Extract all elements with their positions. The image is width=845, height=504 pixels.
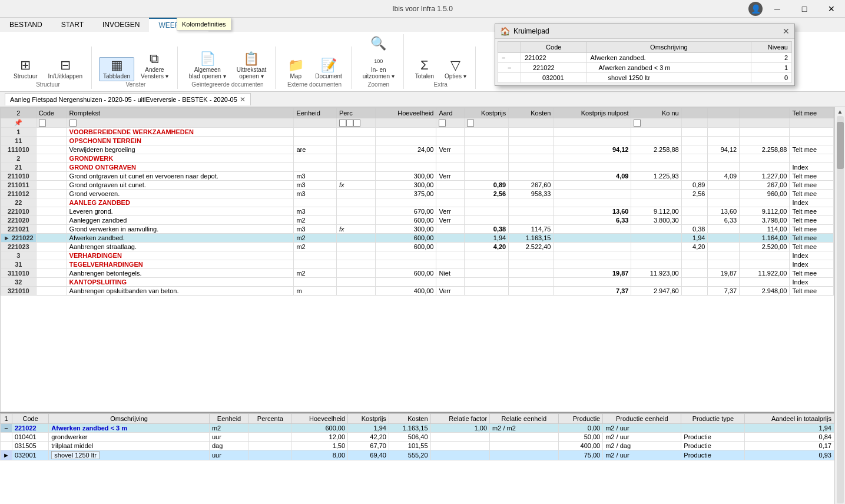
minimize-button[interactable]: ─ [764, 0, 791, 18]
table-row[interactable]: 1 VOORBEREIDENDE WERKZAAMHEDEN [1, 128, 834, 137]
restore-button[interactable]: □ [791, 0, 818, 18]
ribbon-btn-structuur[interactable]: ⊞ Structuur [9, 57, 42, 81]
table-row[interactable]: 321010 Aanbrengen opsluitbanden van beto… [1, 287, 834, 296]
col-kosten: Kosten [509, 108, 554, 118]
ribbon-group-venster: ▦ Tabbladen ⧉ AndereVensters ▾ Venster [94, 47, 178, 89]
table-row[interactable]: 221023 Aanbrengen straatlaag. m2 600,00 … [1, 243, 834, 251]
dialog-row[interactable]: − 221022 Afwerken zandbed < 3 m 1 [498, 63, 792, 73]
map-icon: 📁 [288, 59, 304, 72]
table-row[interactable]: 221021 Grond verwerken in aanvulling. m3… [1, 225, 834, 234]
bottom-row-selected[interactable]: ► 032001 shovel 1250 ltr uur 8,00 69,40 … [1, 450, 834, 460]
table-row[interactable]: 21 GROND ONTGRAVEN Index [1, 163, 834, 172]
title-bar: Ibis voor Infra 1.5.0 ─ □ ✕ 👤 [0, 0, 845, 18]
bottom-col-productie: Productie [558, 414, 603, 424]
table-row[interactable]: 211012 Grond vervoeren. m3 375,00 2,56 9… [1, 190, 834, 198]
dialog-content: Code Omschrijving Niveau − 221022 Afwerk… [495, 39, 794, 85]
col-romptekst: Romptekst [67, 108, 294, 118]
header-pin: 📌 [1, 118, 37, 128]
ribbon-group-extra: Σ Totalen ▽ Opties ▾ Extra [406, 47, 476, 89]
table-row[interactable]: 221020 Aanleggen zandbed m2 600,00 Verr … [1, 216, 834, 225]
doc-tab[interactable]: Aanleg Fietspad Nergenshuizen - 2020-05 … [5, 93, 251, 105]
window-controls: ─ □ ✕ [764, 0, 845, 18]
bottom-col-eenheid: Eenheid [209, 414, 248, 424]
table-row[interactable]: 211010 Grond ontgraven uit cunet en verv… [1, 172, 834, 181]
ribbon-btn-zoomen[interactable]: 🔍100 In- enuitzoomen ▾ [359, 34, 399, 81]
tab-bestand[interactable]: BESTAND [0, 18, 52, 32]
ribbon-btn-tabbladen[interactable]: ▦ Tabbladen [99, 57, 134, 81]
col-kostprijs-nulpost: Kostprijs nulpost [554, 108, 631, 118]
tab-start[interactable]: START [52, 18, 93, 32]
bottom-col-num: 1 [1, 414, 12, 424]
totalen-icon: Σ [420, 59, 429, 72]
tabbladen-icon: ▦ [111, 59, 123, 72]
bottom-col-kosten: Kosten [389, 414, 430, 424]
dialog-close-button[interactable]: ✕ [783, 26, 790, 36]
col-perc: Perc [337, 108, 376, 118]
bottom-row-header[interactable]: − 221022 Afwerken zandbed < 3 m m2 600,0… [1, 424, 834, 433]
table-row[interactable]: 22 AANLEG ZANDBED Index [1, 198, 834, 207]
app-title: Ibis voor Infra 1.5.0 [392, 5, 453, 13]
scrollbar-thumb[interactable] [837, 122, 844, 169]
ribbon-group-structuur: ⊞ Structuur ⊟ In/Uitklappen Structuur [5, 47, 92, 89]
inuitklappen-icon: ⊟ [60, 59, 71, 72]
user-icon[interactable]: 👤 [748, 2, 763, 16]
zoomen-icon: 🔍100 [370, 36, 386, 67]
dialog-titlebar: 🏠 Kruimelpad ✕ [495, 24, 794, 39]
table-row[interactable]: 32 KANTOPSLUITING Index [1, 278, 834, 287]
table-row[interactable]: 31 TEGELVERHARDINGEN Index [1, 260, 834, 269]
dialog-title: Kruimelpad [513, 27, 779, 35]
bottom-row[interactable]: 010401 grondwerker uur 12,00 42,20 506,4… [1, 433, 834, 442]
dialog-row[interactable]: 032001 shovel 1250 ltr 0 [498, 73, 792, 83]
scroll-up-button[interactable]: ▲ [837, 108, 843, 115]
bottom-col-hoeveelheid: Hoeveelheid [291, 414, 348, 424]
vertical-scrollbar[interactable]: ▲ ▼ [834, 107, 845, 504]
document-icon: 📝 [321, 59, 337, 72]
col-ko-nu: Ko nu [631, 108, 681, 118]
table-row[interactable]: 11 OPSCHONEN TERREIN [1, 137, 834, 145]
col-extra1 [681, 108, 708, 118]
doc-tab-bar: Aanleg Fietspad Nergenshuizen - 2020-05 … [0, 92, 845, 107]
opties-icon: ▽ [450, 59, 460, 72]
col-aard: Aard [436, 108, 464, 118]
doc-tab-close[interactable]: ✕ [240, 95, 246, 104]
dialog-col-code: Code [521, 42, 587, 53]
ribbon-btn-andere-vensters[interactable]: ⧉ AndereVensters ▾ [137, 51, 173, 81]
bottom-row[interactable]: 031505 trilplaat middel dag 1,50 67,70 1… [1, 442, 834, 450]
table-row[interactable]: 3 VERHARDINGEN Index [1, 251, 834, 260]
ribbon-btn-uittrekstaat[interactable]: 📋 Uittrekstaatopenen ▾ [233, 51, 271, 81]
table-row[interactable]: 311010 Aanbrengen betontegels. m2 600,00… [1, 269, 834, 278]
bottom-col-prod-eenheid: Productie eenheid [603, 414, 681, 424]
close-button[interactable]: ✕ [818, 0, 845, 18]
bottom-table: 1 Code Omschrijving Eenheid Percenta Hoe… [0, 413, 834, 460]
dialog-row[interactable]: − 221022 Afwerken zandbed. 2 [498, 53, 792, 63]
ribbon-btn-inuitklappen[interactable]: ⊟ In/Uitklappen [44, 57, 87, 81]
ribbon-btn-document[interactable]: 📝 Document [311, 57, 346, 81]
tab-invoegen[interactable]: INVOEGEN [93, 18, 149, 32]
scrollbar-track[interactable] [837, 116, 844, 503]
ribbon-btn-opties[interactable]: ▽ Opties ▾ [440, 57, 470, 81]
col-extra3 [740, 108, 790, 118]
bottom-col-kostprijs: Kostprijs [348, 414, 389, 424]
table-row[interactable]: 2 GRONDWERK [1, 154, 834, 163]
doc-tab-label: Aanleg Fietspad Nergenshuizen - 2020-05 … [10, 96, 237, 103]
table-row[interactable]: 221010 Leveren grond. m3 670,00 Verr 13,… [1, 207, 834, 216]
table-row[interactable]: 111010 Verwijderen begroeiing are 24,00 … [1, 145, 834, 154]
dialog-icon: 🏠 [500, 26, 510, 36]
uittrekstaat-icon: 📋 [243, 52, 259, 65]
col-rownum: 2 [1, 108, 37, 118]
ribbon-btn-totalen[interactable]: Σ Totalen [411, 57, 438, 81]
andere-vensters-icon: ⧉ [150, 52, 159, 65]
dialog-col-omschrijving: Omschrijving [586, 42, 751, 53]
bottom-col-relatie-factor: Relatie factor [430, 414, 490, 424]
main-area: 2 Code Romptekst Eenheid Perc Hoeveelhei… [0, 107, 845, 504]
kruimelpad-dialog[interactable]: 🏠 Kruimelpad ✕ Code Omschrijving Niveau [495, 24, 795, 86]
main-table-wrap: 2 Code Romptekst Eenheid Perc Hoeveelhei… [0, 107, 834, 412]
table-row-selected[interactable]: ► 221022 Afwerken zandbed. m2 600,00 1,9… [1, 234, 834, 243]
kolomdefinities-tooltip: Kolomdefinities [177, 18, 231, 31]
ribbon-btn-map[interactable]: 📁 Map [283, 57, 309, 81]
table-row[interactable]: 211011 Grond ontgraven uit cunet. m3 fx … [1, 181, 834, 190]
ribbon-btn-algemeen-blad[interactable]: 📄 Algemeenblad openen ▾ [185, 51, 230, 81]
dialog-table: Code Omschrijving Niveau − 221022 Afwerk… [498, 41, 792, 83]
dialog-col-expand [498, 42, 521, 53]
main-table: 2 Code Romptekst Eenheid Perc Hoeveelhei… [1, 108, 834, 296]
